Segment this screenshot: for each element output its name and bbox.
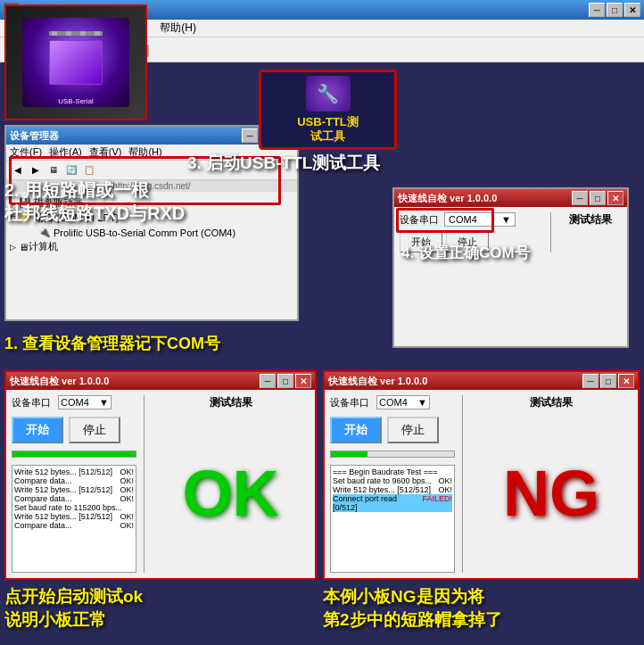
ng-divider [462, 395, 463, 573]
ng-buttons: 开始 停止 [330, 417, 455, 443]
minimize-button[interactable]: ─ [589, 3, 605, 17]
ok-maximize[interactable]: □ [277, 374, 293, 388]
devmgr-title-text: 设备管理器 [10, 129, 59, 143]
test-ok-title: 快速线自检 ver 1.0.0.0 ─ □ ✕ [6, 372, 315, 390]
com-icon: 🔌 [38, 227, 51, 238]
devmgr-title-bar: 设备管理器 ─ □ ✕ [6, 127, 297, 145]
test-ng-right: 测试结果 NG [470, 395, 632, 573]
log-line-5: Set baud rate to 115200 bps... [14, 503, 134, 512]
chip-photo: USB-Serial [4, 4, 147, 120]
ng-port-row: 设备串口 COM4 ▼ [330, 395, 455, 409]
ok-progress-bar [12, 451, 136, 458]
qt-close[interactable]: ✕ [607, 191, 623, 205]
log-line-3: Write 512 bytes... [512/512]OK! [14, 485, 134, 494]
test-ng-window: 快速线自检 ver 1.0.0.0 ─ □ ✕ 设备串口 COM4 ▼ 开始 [323, 370, 640, 580]
test-ng-left: 设备串口 COM4 ▼ 开始 停止 === Begin Baudrate Tes… [330, 395, 455, 573]
ok-port-label: 设备串口 [12, 396, 51, 409]
ng-port-label: 设备串口 [330, 396, 369, 409]
ng-result-text: NG [503, 457, 599, 530]
computer-label: 计算机 [29, 240, 58, 253]
qt-top-title: 快速线自检 ver 1.0.0.0 ─ □ ✕ [394, 189, 627, 207]
devmgr-minimize[interactable]: ─ [242, 128, 258, 143]
com-port-label: Prolific USB-to-Serial Comm Port (COM4) [54, 227, 235, 238]
ng-results-header: 测试结果 [530, 395, 573, 410]
ng-progress-fill [331, 451, 367, 457]
ng-port-select[interactable]: COM4 ▼ [376, 395, 430, 409]
maximize-button[interactable]: □ [607, 3, 623, 17]
log-line-6: Write 512 bytes... [512/512]OK! [14, 512, 134, 521]
ok-port-row: 设备串口 COM4 ▼ [12, 395, 136, 409]
step1-label: 1. 查看设备管理器记下COM号 [4, 333, 220, 354]
log-line-2: Compare data...OK! [14, 476, 134, 485]
usb-ttl-tool-box: 🔧 USB-TTL测 试工具 [259, 70, 397, 150]
bottom-ng-label: 本例小板NG是因为将 第2步中的短路帽拿掉了 [323, 585, 502, 632]
ng-close[interactable]: ✕ [618, 374, 634, 388]
tree-item-computer: ▷ 🖥 计算机 [10, 239, 293, 254]
ok-port-select[interactable]: COM4 ▼ [58, 395, 111, 409]
ok-start-btn[interactable]: 开始 [12, 417, 63, 443]
step4-label: 4. 设置正确COM号 [401, 243, 530, 263]
close-button[interactable]: ✕ [624, 3, 640, 17]
ok-result-text: OK [183, 457, 279, 530]
ng-test-log: === Begin Baudrate Test === Set baud rat… [330, 465, 455, 573]
qt-maximize[interactable]: □ [590, 191, 606, 205]
ng-minimize[interactable]: ─ [582, 374, 599, 388]
step2-label: 2. 用短路帽或一根 杜邦线短路TXD与RXD [4, 178, 185, 225]
log-line-1: Write 512 bytes... [512/512]OK! [14, 467, 134, 476]
test-ok-left: 设备串口 COM4 ▼ 开始 停止 Write 512 bytes... [51… [12, 395, 136, 573]
test-ok-right: 测试结果 OK [152, 395, 310, 573]
dropdown-arrow-icon: ▼ [501, 214, 511, 225]
menu-help[interactable]: 帮助(H) [153, 20, 203, 37]
ok-divider [144, 395, 144, 573]
chip-label: USB-Serial [58, 97, 94, 105]
ok-buttons: 开始 停止 [12, 417, 136, 443]
ng-log-line-4: Connect port read [0/512]FAILED! [333, 494, 452, 512]
ng-log-line-2: Set baud rate to 9600 bps...OK! [333, 476, 452, 485]
step3-label: 3. 启动USB-TTL测试工具 [187, 152, 380, 175]
log-line-7: Compare data...OK! [14, 521, 134, 530]
ok-stop-btn[interactable]: 停止 [69, 417, 120, 443]
ng-progress-bar [330, 451, 455, 458]
main-window: 🖥 设备管理器 ─ □ ✕ 文件(F) 操作(A) 查看(V) 帮助(H) ◀ … [0, 0, 644, 645]
ok-minimize[interactable]: ─ [260, 374, 276, 388]
log-line-4: Compare data...OK! [14, 494, 134, 503]
qt-results-header: 测试结果 [558, 212, 622, 227]
ng-dropdown-icon: ▼ [417, 397, 427, 408]
ok-dropdown-icon: ▼ [99, 397, 109, 408]
qt-minimize[interactable]: ─ [572, 191, 588, 205]
ng-log-line-3: Write 512 bytes... [512/512]OK! [333, 485, 452, 494]
ng-maximize[interactable]: □ [600, 374, 616, 388]
chip-pins-top [49, 31, 103, 36]
com4-highlight-box [396, 208, 494, 233]
ok-progress-fill [12, 451, 136, 457]
ng-stop-btn[interactable]: 停止 [387, 417, 439, 443]
usb-ttl-label: USB-TTL测 试工具 [297, 115, 359, 143]
computer-icon: 🖥 [19, 242, 29, 252]
ng-log-line-1: === Begin Baudrate Test === [333, 467, 452, 476]
ng-start-btn[interactable]: 开始 [330, 417, 382, 443]
ok-results-header: 测试结果 [210, 395, 252, 410]
test-ng-content: 设备串口 COM4 ▼ 开始 停止 === Begin Baudrate Tes… [325, 390, 638, 578]
chip-glow [40, 36, 111, 89]
ok-close[interactable]: ✕ [295, 374, 311, 388]
test-ok-window: 快速线自检 ver 1.0.0.0 ─ □ ✕ 设备串口 COM4 ▼ 开始 [4, 370, 317, 580]
test-ng-title: 快速线自检 ver 1.0.0.0 ─ □ ✕ [325, 372, 638, 390]
bottom-ok-label: 点开始启动测试ok 说明小板正常 [4, 585, 143, 632]
usb-ttl-icon: 🔧 [306, 76, 351, 112]
title-bar-buttons: ─ □ ✕ [589, 3, 640, 17]
chip-image: USB-Serial [22, 18, 129, 107]
tree-expand-computer: ▷ [10, 243, 16, 252]
test-ok-content: 设备串口 COM4 ▼ 开始 停止 Write 512 bytes... [51… [6, 390, 315, 578]
tree-item-com4: 🔌 Prolific USB-to-Serial Comm Port (COM4… [10, 226, 293, 239]
ok-test-log: Write 512 bytes... [512/512]OK! Compare … [12, 465, 136, 573]
